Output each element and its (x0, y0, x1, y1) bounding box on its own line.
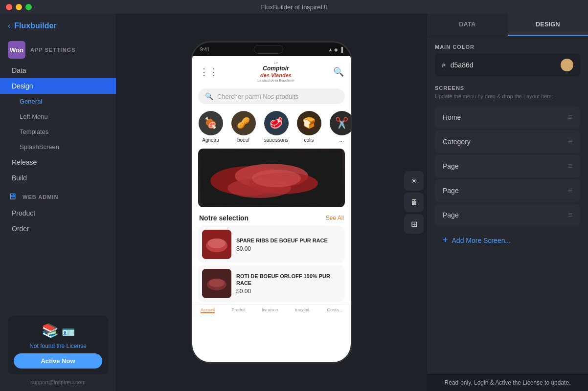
bottom-nav-livraison[interactable]: livraison (262, 307, 278, 313)
color-swatch[interactable] (561, 59, 573, 71)
store-tagline-bottom: Le Must de la Boucherie (257, 79, 294, 83)
phone-section-header: Notre selection See All (192, 209, 351, 224)
web-admin-label: WEB ADMIN (23, 194, 58, 200)
sidebar-item-splash-screen[interactable]: SplashScreen (0, 139, 116, 154)
add-screen-label: Add More Screen... (452, 237, 511, 244)
color-row[interactable]: # d5a86d (435, 54, 580, 76)
screen-item-page-3[interactable]: Page ≡ (435, 204, 580, 226)
phone-mockup: 9:41 ▲ ◆ ▐ ⋮⋮ Le Comptoir des Viandes Le… (191, 41, 352, 364)
main-layout: ‹ Fluxbuilder Woo APP SETTINGS Data Desi… (0, 14, 588, 391)
bottom-nav-label-accueil: Accueil (201, 307, 215, 313)
search-bar-icon: 🔍 (205, 92, 213, 100)
phone-header: ⋮⋮ Le Comptoir des Viandes Le Must de la… (192, 56, 351, 86)
hamburger-icon[interactable]: ⋮⋮ (199, 66, 219, 78)
sidebar-item-design[interactable]: Design (0, 78, 116, 94)
category-circle-saucissons: 🥩 (264, 111, 289, 135)
category-colis[interactable]: 🍞 colis (295, 111, 322, 143)
screen-label-home: Home (443, 113, 461, 121)
drag-handle-category[interactable]: ≡ (568, 137, 572, 146)
bottom-nav-accueil[interactable]: Accueil (201, 307, 215, 313)
screen-button[interactable]: 🖥 (404, 193, 424, 212)
color-value: d5a86d (451, 61, 556, 69)
app-settings-label: APP SETTINGS (30, 47, 75, 53)
phone-search-icon[interactable]: 🔍 (333, 66, 344, 77)
screens-hint: Update the menu by drag & drop the Layou… (435, 93, 580, 100)
banner-image (198, 149, 345, 207)
bottom-nav-tracabil[interactable]: traçabil. (295, 307, 311, 313)
support-email: support@inspireui.com (8, 379, 108, 385)
product-card-1[interactable]: SPARE RIBS DE BOEUF PUR RACE $0.00 (198, 226, 345, 263)
category-saucissons[interactable]: 🥩 saucissons (263, 111, 290, 143)
product-name-2: ROTI DE BOEUF ORLOFF 100% PUR RACE (236, 273, 341, 287)
search-bar-placeholder: Chercher parmi Nos produits (217, 93, 298, 100)
sidebar-item-product[interactable]: Product (0, 205, 116, 221)
panel-tabs: DATA DESIGN (427, 14, 588, 36)
store-tagline-top: Le (257, 61, 294, 65)
svg-point-5 (252, 170, 301, 187)
svg-point-8 (208, 239, 226, 248)
see-all-button[interactable]: See All (326, 215, 344, 221)
category-circle-colis: 🍞 (297, 111, 321, 135)
right-panel: DATA DESIGN MAIN COLOR # d5a86d SCREENS … (427, 14, 588, 391)
sidebar-item-templates[interactable]: Templates (0, 124, 116, 139)
sidebar: ‹ Fluxbuilder Woo APP SETTINGS Data Desi… (0, 14, 116, 391)
product-thumb-1 (202, 230, 231, 259)
sidebar-item-data[interactable]: Data (0, 63, 116, 78)
back-icon[interactable]: ‹ (8, 22, 10, 30)
store-logo: Le Comptoir des Viandes Le Must de la Bo… (257, 61, 294, 83)
plus-icon: + (443, 235, 448, 245)
sidebar-item-left-menu[interactable]: Left Menu (0, 109, 116, 124)
screen-item-home[interactable]: Home ≡ (435, 106, 580, 129)
product-price-2: $0.00 (236, 288, 341, 295)
drag-handle-home[interactable]: ≡ (568, 113, 572, 122)
category-circle-more: ✂️ (330, 111, 351, 135)
category-boeuf[interactable]: 🥜 boeuf (230, 111, 257, 143)
brightness-button[interactable]: ☀ (404, 171, 424, 191)
store-name: Comptoir (257, 65, 294, 72)
phone-search-bar[interactable]: 🔍 Chercher parmi Nos produits (198, 88, 345, 104)
category-circle-boeuf: 🥜 (231, 111, 256, 135)
bottom-nav-conta[interactable]: Conta... (327, 307, 342, 313)
status-icons: ▲ ◆ ▐ (328, 47, 343, 52)
license-not-found-text: Not found the License (29, 343, 87, 349)
sidebar-item-release[interactable]: Release (0, 154, 116, 170)
window-title: FluxBuilder of InspireUI (261, 3, 327, 11)
card-icon: 🪪 (62, 326, 75, 339)
panel-content: MAIN COLOR # d5a86d SCREENS Update the m… (427, 36, 588, 374)
bottom-nav-produit[interactable]: Produit (231, 307, 246, 313)
status-time: 9:41 (200, 47, 209, 52)
active-now-button[interactable]: Active Now (14, 353, 102, 369)
category-label-saucissons: saucissons (264, 137, 288, 143)
sidebar-header: ‹ Fluxbuilder (0, 14, 116, 36)
screen-label-page-1: Page (443, 162, 459, 170)
sidebar-item-general[interactable]: General (0, 94, 116, 109)
bottom-toast: Read-only, Login & Active the License to… (427, 374, 588, 391)
category-agneau[interactable]: 🍖 Agneau (197, 111, 224, 143)
screen-label-category: Category (443, 138, 471, 146)
add-screen-button[interactable]: + Add More Screen... (435, 228, 580, 252)
screen-item-page-2[interactable]: Page ≡ (435, 179, 580, 202)
phone-banner (198, 149, 345, 207)
app-settings-section: Woo APP SETTINGS (0, 36, 116, 63)
bottom-nav-label-produit: Produit (231, 307, 246, 312)
maximize-button[interactable] (25, 4, 32, 10)
grid-button[interactable]: ⊞ (404, 214, 424, 234)
tab-design[interactable]: DESIGN (508, 14, 588, 36)
minimize-button[interactable] (16, 4, 22, 10)
drag-handle-page-1[interactable]: ≡ (568, 162, 572, 171)
sidebar-item-order[interactable]: Order (0, 221, 116, 237)
sidebar-item-build[interactable]: Build (0, 170, 116, 186)
screen-item-page-1[interactable]: Page ≡ (435, 155, 580, 177)
category-label-colis: colis (304, 137, 314, 143)
tab-data[interactable]: DATA (427, 14, 508, 36)
screen-item-category[interactable]: Category ≡ (435, 130, 580, 153)
close-button[interactable] (6, 4, 12, 10)
category-label-agneau: Agneau (202, 137, 219, 143)
product-card-2[interactable]: ROTI DE BOEUF ORLOFF 100% PUR RACE $0.00 (198, 265, 345, 302)
phone-camera (254, 45, 283, 54)
category-more[interactable]: ✂️ … (328, 111, 351, 143)
phone-bottom-nav: Accueil Produit livraison traçabil. Cont… (192, 304, 351, 315)
drag-handle-page-2[interactable]: ≡ (568, 186, 572, 195)
drag-handle-page-3[interactable]: ≡ (568, 211, 572, 219)
main-color-label: MAIN COLOR (435, 44, 580, 50)
